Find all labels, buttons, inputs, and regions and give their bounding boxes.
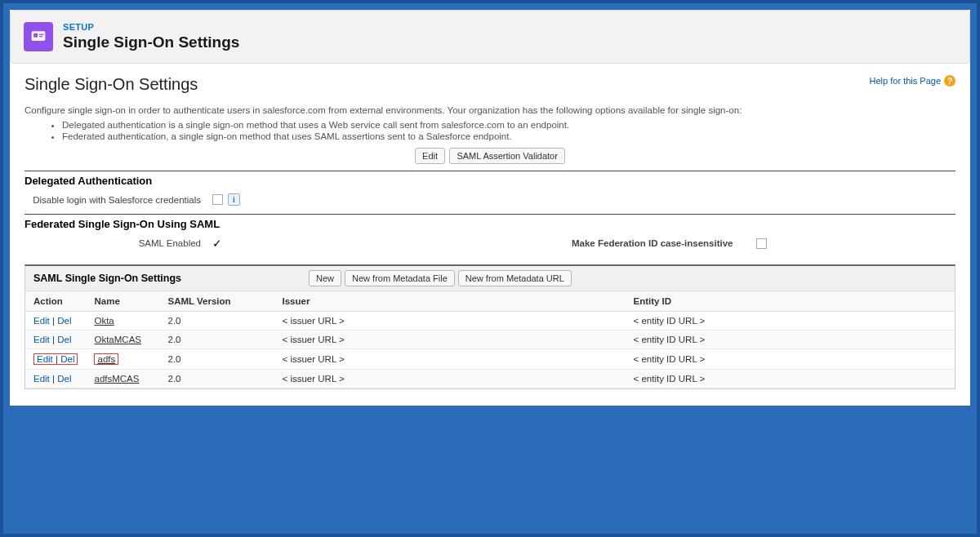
row-issuer: < issuer URL >: [274, 331, 625, 349]
col-issuer: Issuer: [274, 291, 625, 312]
bullet-federated: Federated authentication, a single sign-…: [62, 131, 956, 141]
fed-id-case-label: Make Federation ID case-insensitive: [490, 238, 745, 248]
saml-settings-table-section: SAML Single Sign-On Settings New New fro…: [24, 264, 956, 389]
app-frame: SETUP Single Sign-On Settings Single Sig…: [0, 0, 980, 537]
disable-login-checkbox[interactable]: [212, 194, 223, 205]
saml-settings-table: Action Name SAML Version Issuer Entity I…: [25, 291, 955, 388]
description-list: Delegated authentication is a single sig…: [62, 120, 956, 141]
help-link-label: Help for this Page: [870, 76, 941, 86]
row-version: 2.0: [159, 312, 274, 331]
row-version: 2.0: [159, 331, 274, 349]
breadcrumb: SETUP: [63, 22, 239, 32]
new-from-file-button[interactable]: New from Metadata File: [345, 270, 455, 286]
federated-heading: Federated Single Sign-On Using SAML: [24, 218, 956, 230]
saml-table-title: SAML Single Sign-On Settings: [33, 273, 181, 284]
description-block: Configure single sign-on in order to aut…: [24, 105, 956, 141]
row-edit-link[interactable]: Edit: [33, 316, 50, 326]
table-row: Edit | DeladfsMCAS2.0< issuer URL >< ent…: [25, 370, 955, 388]
delegated-heading: Delegated Authentication: [24, 175, 956, 187]
row-version: 2.0: [159, 349, 274, 370]
page-content: SETUP Single Sign-On Settings Single Sig…: [10, 10, 970, 406]
row-entity: < entity ID URL >: [625, 349, 955, 370]
saml-validator-button[interactable]: SAML Assertion Validator: [449, 148, 565, 164]
svg-rect-3: [39, 36, 42, 37]
col-action: Action: [25, 291, 86, 312]
row-entity: < entity ID URL >: [625, 370, 955, 388]
row-del-link[interactable]: Del: [57, 316, 71, 326]
new-from-url-button[interactable]: New from Metadata URL: [458, 270, 572, 286]
col-name: Name: [86, 291, 159, 312]
row-del-link[interactable]: Del: [57, 335, 71, 344]
svg-rect-1: [33, 33, 38, 38]
table-row: Edit | DelOktaMCAS2.0< issuer URL >< ent…: [25, 331, 955, 349]
disable-login-label: Disable login with Salesforce credential…: [24, 195, 212, 205]
row-issuer: < issuer URL >: [274, 349, 625, 370]
row-entity: < entity ID URL >: [625, 312, 955, 331]
row-edit-link[interactable]: Edit: [33, 374, 50, 384]
row-entity: < entity ID URL >: [625, 331, 955, 349]
row-version: 2.0: [159, 370, 274, 388]
row-edit-link[interactable]: Edit: [37, 354, 53, 364]
row-name-link[interactable]: adfs: [97, 354, 115, 364]
info-icon[interactable]: i: [228, 193, 240, 206]
table-row: Edit | DelOkta2.0< issuer URL >< entity …: [25, 312, 955, 331]
row-name-link[interactable]: adfsMCAS: [94, 374, 139, 384]
fed-id-case-checkbox[interactable]: [756, 238, 767, 249]
row-name-link[interactable]: Okta: [94, 316, 114, 326]
saml-enabled-label: SAML Enabled: [24, 238, 212, 248]
checkmark-icon: ✓: [212, 237, 222, 250]
section-heading: Single Sign-On Settings: [24, 75, 198, 94]
row-edit-link[interactable]: Edit: [33, 335, 50, 344]
col-entity: Entity ID: [625, 291, 955, 312]
table-row: Edit | Deladfs2.0< issuer URL >< entity …: [25, 349, 955, 370]
new-button[interactable]: New: [309, 270, 341, 286]
row-issuer: < issuer URL >: [274, 312, 625, 331]
row-issuer: < issuer URL >: [274, 370, 625, 388]
description-text: Configure single sign-on in order to aut…: [24, 105, 956, 115]
row-del-link[interactable]: Del: [57, 374, 71, 384]
bullet-delegated: Delegated authentication is a single sig…: [62, 120, 956, 130]
help-icon: ?: [944, 75, 956, 87]
row-name-link[interactable]: OktaMCAS: [94, 335, 141, 344]
page-title: Single Sign-On Settings: [63, 33, 239, 51]
svg-rect-2: [39, 34, 44, 35]
row-del-link[interactable]: Del: [60, 354, 74, 364]
edit-button[interactable]: Edit: [415, 148, 445, 164]
sso-icon: [24, 22, 53, 51]
col-version: SAML Version: [159, 291, 274, 312]
page-header: SETUP Single Sign-On Settings: [10, 10, 970, 64]
help-link[interactable]: Help for this Page ?: [870, 75, 956, 87]
